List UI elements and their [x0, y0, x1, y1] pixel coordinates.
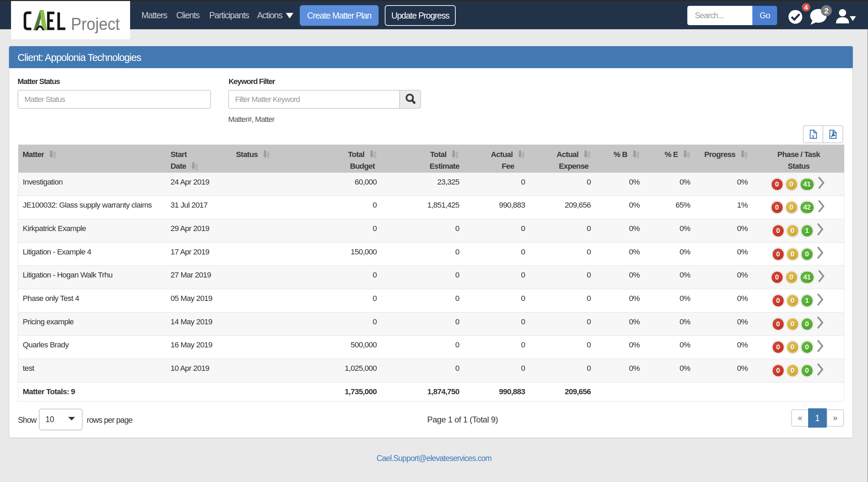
svg-text:Project: Project — [71, 14, 120, 34]
svg-text:x: x — [812, 133, 815, 139]
svg-text:4: 4 — [804, 4, 808, 11]
svg-text:2: 2 — [824, 7, 828, 15]
